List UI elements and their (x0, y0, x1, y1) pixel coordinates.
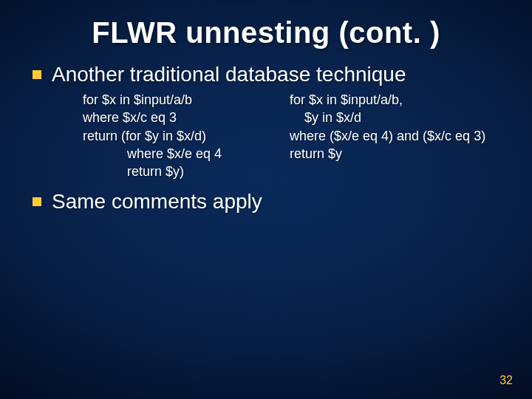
code-columns: for $x in $input/a/b where $x/c eq 3 ret… (83, 91, 502, 180)
code-left: for $x in $input/a/b where $x/c eq 3 ret… (83, 91, 290, 180)
bullet-item-1: Another traditional database technique (33, 63, 502, 86)
code-right: for $x in $input/a/b, $y in $x/d where (… (290, 91, 502, 180)
slide: FLWR unnesting (cont. ) Another traditio… (0, 0, 532, 399)
bullet-item-2: Same comments apply (33, 190, 502, 214)
bullet-text-2: Same comments apply (52, 190, 262, 214)
page-number: 32 (499, 374, 513, 387)
square-bullet-icon (33, 197, 41, 206)
slide-body: Another traditional database technique f… (0, 50, 532, 214)
slide-title: FLWR unnesting (cont. ) (0, 0, 532, 50)
bullet-text-1: Another traditional database technique (52, 63, 406, 86)
square-bullet-icon (33, 70, 41, 79)
